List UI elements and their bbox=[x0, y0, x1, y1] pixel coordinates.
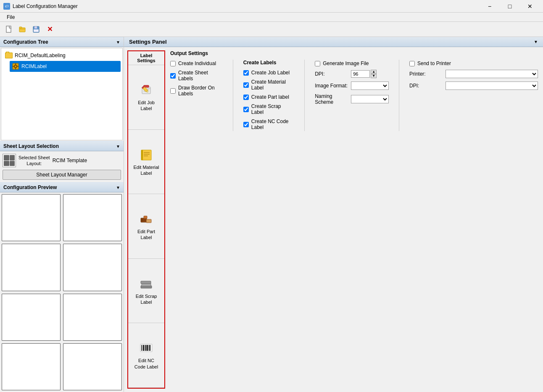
right-panel: Settings Panel ▼ Label Settings bbox=[124, 37, 543, 392]
edit-material-label-button[interactable]: Edit MaterialLabel bbox=[128, 130, 164, 195]
draw-border-checkbox[interactable] bbox=[170, 88, 176, 94]
sheet-layout-manager-button[interactable]: Sheet Layout Manager bbox=[3, 170, 121, 180]
config-preview-arrow[interactable]: ▼ bbox=[116, 185, 120, 190]
left-panel: Configuration Tree ▼ RCIM_DefaultLabelin… bbox=[0, 37, 124, 392]
generate-image-checkbox[interactable] bbox=[315, 61, 320, 66]
create-part-label-label: Create Part label bbox=[251, 94, 289, 100]
edit-nc-code-label-icon bbox=[139, 341, 154, 356]
create-nc-code-label-row: Create NC Code Label bbox=[243, 118, 294, 130]
config-preview-content bbox=[0, 192, 124, 392]
menu-file[interactable]: File bbox=[3, 13, 18, 21]
create-individual-label: Create Individual bbox=[178, 61, 216, 66]
create-job-label-checkbox[interactable] bbox=[243, 70, 249, 76]
menu-bar: File bbox=[0, 13, 543, 22]
svg-rect-0 bbox=[6, 26, 11, 32]
create-nc-code-label-checkbox[interactable] bbox=[243, 122, 249, 127]
edit-scrap-label-text: Edit ScrapLabel bbox=[136, 293, 157, 305]
sheet-layout-row: Selected SheetLayout: RCIM Template bbox=[3, 154, 121, 167]
settings-columns: Create Individual Create Sheet Labels Dr… bbox=[170, 60, 538, 131]
selected-sheet-value: RCIM Template bbox=[53, 158, 87, 163]
naming-scheme-row: Naming Scheme bbox=[315, 93, 389, 105]
minimize-button[interactable]: − bbox=[480, 0, 499, 13]
settings-panel-arrow[interactable]: ▼ bbox=[534, 39, 538, 44]
label-preview-grid bbox=[2, 194, 122, 390]
sheet-layout-arrow[interactable]: ▼ bbox=[116, 144, 120, 149]
tree-item-rcim-label[interactable]: RCIMLabel bbox=[10, 61, 121, 72]
new-button[interactable] bbox=[3, 24, 15, 35]
create-job-label-label: Create Job Label bbox=[251, 70, 290, 76]
image-format-label: Image Format: bbox=[315, 83, 348, 89]
settings-panel-header: Settings Panel ▼ bbox=[124, 37, 543, 47]
edit-part-label-text: Edit PartLabel bbox=[137, 229, 155, 241]
create-nc-code-label-label: Create NC Code Label bbox=[251, 118, 294, 130]
label-settings-sidebar: Label Settings bbox=[127, 50, 165, 389]
create-part-label-row: Create Part label bbox=[243, 94, 294, 100]
window-close-button[interactable]: ✕ bbox=[520, 0, 540, 13]
create-labels-title: Create Labels bbox=[243, 60, 294, 66]
save-button[interactable] bbox=[30, 24, 42, 35]
printer-row: Printer: bbox=[409, 70, 538, 78]
create-sheet-labels-row: Create Sheet Labels bbox=[170, 70, 223, 82]
label-cell-5 bbox=[2, 294, 61, 341]
svg-rect-6 bbox=[34, 29, 39, 32]
printer-dpi-select[interactable] bbox=[445, 82, 538, 90]
label-cell-6 bbox=[63, 294, 122, 341]
tree-item-rcim-default[interactable]: RCIM_DefaultLabeling bbox=[3, 50, 121, 61]
tree-item-label: RCIM_DefaultLabeling bbox=[15, 53, 66, 58]
label-cell-4 bbox=[63, 244, 122, 291]
config-tree-header: Configuration Tree ▼ bbox=[0, 37, 124, 47]
dpi-up-button[interactable]: ▲ bbox=[371, 70, 377, 74]
edit-scrap-label-button[interactable]: Edit ScrapLabel bbox=[128, 259, 164, 324]
svg-rect-22 bbox=[141, 150, 143, 160]
dpi-input[interactable] bbox=[351, 70, 370, 78]
printer-dpi-label: DPI: bbox=[409, 83, 443, 89]
title-bar: 🏷 Label Configuration Manager − □ ✕ bbox=[0, 0, 543, 13]
new-icon bbox=[5, 26, 13, 33]
dpi-input-wrapper: ▲ ▼ bbox=[351, 70, 377, 78]
create-material-label-checkbox[interactable] bbox=[243, 82, 249, 88]
toolbar-close-button[interactable]: ✕ bbox=[44, 24, 55, 35]
send-to-printer-checkbox[interactable] bbox=[409, 61, 415, 66]
create-sheet-labels-checkbox[interactable] bbox=[170, 73, 176, 79]
label-cell-1 bbox=[2, 194, 61, 241]
naming-scheme-select[interactable] bbox=[351, 95, 389, 103]
create-sheet-labels-label: Create Sheet Labels bbox=[178, 70, 223, 82]
send-to-printer-label: Send to Printer bbox=[417, 61, 451, 66]
maximize-button[interactable]: □ bbox=[500, 0, 519, 13]
create-scrap-label-checkbox[interactable] bbox=[243, 107, 249, 112]
printer-select[interactable] bbox=[445, 70, 538, 78]
edit-part-label-button[interactable]: Edit PartLabel bbox=[128, 194, 164, 259]
create-material-label-row: Create Material Label bbox=[243, 79, 294, 91]
sheet-layout-header: Sheet Layout Selection ▼ bbox=[0, 141, 124, 151]
naming-scheme-label: Naming Scheme bbox=[315, 93, 348, 105]
edit-nc-code-label-button[interactable]: Edit NCCode Label bbox=[128, 323, 164, 388]
sheet-layout-title: Sheet Layout Selection bbox=[3, 143, 59, 149]
generate-image-col: Generate Image File DPI: ▲ ▼ bbox=[315, 60, 389, 131]
folder-icon bbox=[5, 51, 13, 60]
create-job-label-row: Create Job Label bbox=[243, 70, 294, 76]
edit-scrap-label-icon bbox=[139, 276, 154, 292]
generate-image-label: Generate Image File bbox=[323, 61, 369, 66]
create-individual-checkbox[interactable] bbox=[170, 61, 176, 66]
image-format-select[interactable] bbox=[351, 82, 389, 90]
svg-rect-28 bbox=[146, 219, 151, 223]
separator-1 bbox=[233, 60, 233, 131]
generate-image-row: Generate Image File bbox=[315, 61, 389, 66]
printer-dpi-row: DPI: bbox=[409, 82, 538, 90]
edit-job-label-button[interactable]: Edit JobLabel bbox=[128, 65, 164, 130]
send-to-printer-col: Send to Printer Printer: DPI: bbox=[409, 60, 538, 131]
label-settings-title: Label Settings bbox=[128, 51, 164, 65]
create-labels-col: Create Labels Create Job Label Create Ma… bbox=[243, 60, 294, 131]
sheet-layout-content: Selected SheetLayout: RCIM Template Shee… bbox=[0, 151, 124, 182]
dpi-down-button[interactable]: ▼ bbox=[371, 74, 377, 78]
main-layout: Configuration Tree ▼ RCIM_DefaultLabelin… bbox=[0, 37, 543, 392]
create-part-label-checkbox[interactable] bbox=[243, 95, 249, 100]
draw-border-label: Draw Border On Labels bbox=[178, 85, 223, 97]
label-cell-8 bbox=[63, 343, 122, 390]
svg-rect-2 bbox=[19, 27, 22, 28]
config-tree-arrow[interactable]: ▼ bbox=[116, 40, 120, 45]
selected-sheet-label: Selected SheetLayout: bbox=[18, 155, 50, 167]
open-button[interactable] bbox=[17, 24, 29, 35]
config-tree-content: RCIM_DefaultLabeling RCIMLabel bbox=[1, 48, 123, 140]
edit-job-label-icon bbox=[139, 83, 154, 98]
